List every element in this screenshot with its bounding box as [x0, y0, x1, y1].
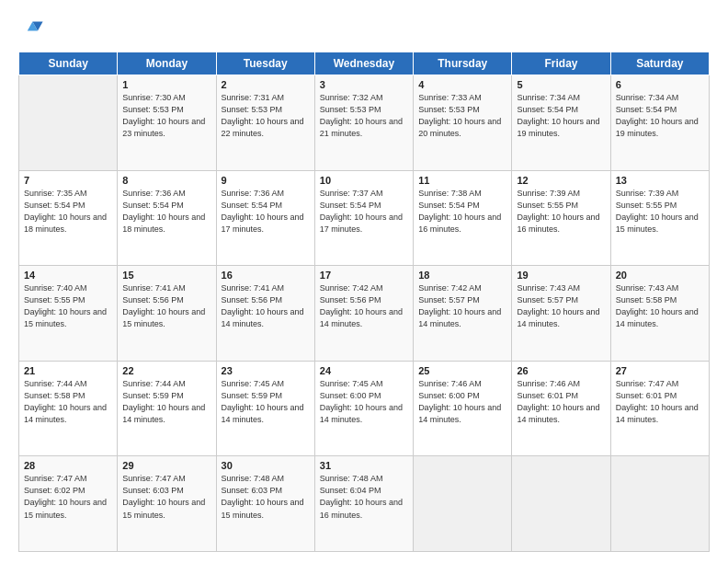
weekday-header-saturday: Saturday: [610, 52, 709, 75]
day-cell: [19, 75, 118, 171]
day-cell: 11Sunrise: 7:38 AM Sunset: 5:54 PM Dayli…: [414, 170, 512, 266]
day-cell: 28Sunrise: 7:47 AM Sunset: 6:02 PM Dayli…: [19, 456, 118, 552]
day-cell: 7Sunrise: 7:35 AM Sunset: 5:54 PM Daylig…: [19, 170, 118, 266]
day-info: Sunrise: 7:45 AM Sunset: 5:59 PM Dayligh…: [222, 378, 310, 426]
day-number: 10: [320, 175, 408, 186]
day-cell: 17Sunrise: 7:42 AM Sunset: 5:56 PM Dayli…: [314, 266, 413, 362]
day-info: Sunrise: 7:36 AM Sunset: 5:54 PM Dayligh…: [122, 188, 210, 236]
weekday-header-tuesday: Tuesday: [216, 52, 314, 75]
page: SundayMondayTuesdayWednesdayThursdayFrid…: [0, 0, 728, 563]
day-cell: 15Sunrise: 7:41 AM Sunset: 5:56 PM Dayli…: [118, 266, 216, 362]
day-cell: 30Sunrise: 7:48 AM Sunset: 6:03 PM Dayli…: [216, 456, 314, 552]
day-cell: 18Sunrise: 7:42 AM Sunset: 5:57 PM Dayli…: [414, 266, 512, 362]
day-cell: 5Sunrise: 7:34 AM Sunset: 5:54 PM Daylig…: [512, 75, 610, 171]
day-cell: 8Sunrise: 7:36 AM Sunset: 5:54 PM Daylig…: [118, 170, 216, 266]
day-info: Sunrise: 7:47 AM Sunset: 6:01 PM Dayligh…: [616, 378, 704, 426]
week-row-2: 7Sunrise: 7:35 AM Sunset: 5:54 PM Daylig…: [19, 170, 710, 266]
day-cell: 2Sunrise: 7:31 AM Sunset: 5:53 PM Daylig…: [216, 75, 314, 171]
day-info: Sunrise: 7:45 AM Sunset: 6:00 PM Dayligh…: [320, 378, 408, 426]
header: [18, 17, 710, 42]
weekday-header-wednesday: Wednesday: [314, 52, 413, 75]
day-cell: 20Sunrise: 7:43 AM Sunset: 5:58 PM Dayli…: [610, 266, 709, 362]
day-number: 29: [122, 460, 210, 471]
week-row-1: 1Sunrise: 7:30 AM Sunset: 5:53 PM Daylig…: [19, 75, 710, 171]
day-info: Sunrise: 7:34 AM Sunset: 5:54 PM Dayligh…: [616, 92, 704, 140]
day-info: Sunrise: 7:39 AM Sunset: 5:55 PM Dayligh…: [616, 188, 704, 236]
day-info: Sunrise: 7:44 AM Sunset: 5:59 PM Dayligh…: [122, 378, 210, 426]
day-info: Sunrise: 7:40 AM Sunset: 5:55 PM Dayligh…: [24, 282, 112, 330]
day-number: 23: [222, 365, 310, 376]
day-info: Sunrise: 7:39 AM Sunset: 5:55 PM Dayligh…: [517, 188, 605, 236]
day-cell: 22Sunrise: 7:44 AM Sunset: 5:59 PM Dayli…: [118, 361, 216, 456]
day-number: 30: [222, 460, 310, 471]
weekday-header-thursday: Thursday: [414, 52, 512, 75]
day-info: Sunrise: 7:37 AM Sunset: 5:54 PM Dayligh…: [320, 188, 408, 236]
day-number: 27: [616, 365, 704, 376]
day-cell: 14Sunrise: 7:40 AM Sunset: 5:55 PM Dayli…: [19, 266, 118, 362]
day-info: Sunrise: 7:48 AM Sunset: 6:03 PM Dayligh…: [222, 473, 310, 521]
day-info: Sunrise: 7:41 AM Sunset: 5:56 PM Dayligh…: [222, 282, 310, 330]
day-info: Sunrise: 7:33 AM Sunset: 5:53 PM Dayligh…: [418, 92, 506, 140]
day-cell: 31Sunrise: 7:48 AM Sunset: 6:04 PM Dayli…: [314, 456, 413, 552]
day-cell: 4Sunrise: 7:33 AM Sunset: 5:53 PM Daylig…: [414, 75, 512, 171]
week-row-4: 21Sunrise: 7:44 AM Sunset: 5:58 PM Dayli…: [19, 361, 710, 456]
day-cell: 26Sunrise: 7:46 AM Sunset: 6:01 PM Dayli…: [512, 361, 610, 456]
day-number: 2: [222, 79, 310, 90]
day-number: 28: [24, 460, 112, 471]
day-info: Sunrise: 7:30 AM Sunset: 5:53 PM Dayligh…: [122, 92, 210, 140]
day-number: 1: [122, 79, 210, 90]
day-info: Sunrise: 7:43 AM Sunset: 5:57 PM Dayligh…: [517, 282, 605, 330]
day-info: Sunrise: 7:38 AM Sunset: 5:54 PM Dayligh…: [418, 188, 506, 236]
weekday-header-friday: Friday: [512, 52, 610, 75]
day-cell: 24Sunrise: 7:45 AM Sunset: 6:00 PM Dayli…: [314, 361, 413, 456]
day-number: 5: [517, 79, 605, 90]
weekday-header-row: SundayMondayTuesdayWednesdayThursdayFrid…: [19, 52, 710, 75]
day-number: 7: [24, 175, 112, 186]
day-info: Sunrise: 7:34 AM Sunset: 5:54 PM Dayligh…: [517, 92, 605, 140]
day-cell: 16Sunrise: 7:41 AM Sunset: 5:56 PM Dayli…: [216, 266, 314, 362]
logo: [18, 17, 48, 42]
day-info: Sunrise: 7:32 AM Sunset: 5:53 PM Dayligh…: [320, 92, 408, 140]
day-number: 3: [320, 79, 408, 90]
day-cell: 12Sunrise: 7:39 AM Sunset: 5:55 PM Dayli…: [512, 170, 610, 266]
day-number: 16: [222, 270, 310, 281]
day-cell: 6Sunrise: 7:34 AM Sunset: 5:54 PM Daylig…: [610, 75, 709, 171]
day-info: Sunrise: 7:43 AM Sunset: 5:58 PM Dayligh…: [616, 282, 704, 330]
day-number: 20: [616, 270, 704, 281]
day-number: 13: [616, 175, 704, 186]
day-number: 8: [122, 175, 210, 186]
weekday-header-sunday: Sunday: [19, 52, 118, 75]
day-number: 9: [222, 175, 310, 186]
day-info: Sunrise: 7:42 AM Sunset: 5:57 PM Dayligh…: [418, 282, 506, 330]
day-number: 15: [122, 270, 210, 281]
day-cell: 23Sunrise: 7:45 AM Sunset: 5:59 PM Dayli…: [216, 361, 314, 456]
day-cell: 25Sunrise: 7:46 AM Sunset: 6:00 PM Dayli…: [414, 361, 512, 456]
day-cell: 10Sunrise: 7:37 AM Sunset: 5:54 PM Dayli…: [314, 170, 413, 266]
day-info: Sunrise: 7:36 AM Sunset: 5:54 PM Dayligh…: [222, 188, 310, 236]
day-number: 12: [517, 175, 605, 186]
day-number: 4: [418, 79, 506, 90]
day-cell: 27Sunrise: 7:47 AM Sunset: 6:01 PM Dayli…: [610, 361, 709, 456]
day-number: 31: [320, 460, 408, 471]
day-number: 11: [418, 175, 506, 186]
day-cell: 9Sunrise: 7:36 AM Sunset: 5:54 PM Daylig…: [216, 170, 314, 266]
day-number: 18: [418, 270, 506, 281]
logo-icon: [18, 17, 44, 42]
day-info: Sunrise: 7:46 AM Sunset: 6:00 PM Dayligh…: [418, 378, 506, 426]
day-cell: 29Sunrise: 7:47 AM Sunset: 6:03 PM Dayli…: [118, 456, 216, 552]
day-number: 17: [320, 270, 408, 281]
day-number: 14: [24, 270, 112, 281]
weekday-header-monday: Monday: [118, 52, 216, 75]
day-info: Sunrise: 7:41 AM Sunset: 5:56 PM Dayligh…: [122, 282, 210, 330]
day-info: Sunrise: 7:42 AM Sunset: 5:56 PM Dayligh…: [320, 282, 408, 330]
day-number: 26: [517, 365, 605, 376]
day-number: 24: [320, 365, 408, 376]
day-number: 19: [517, 270, 605, 281]
day-info: Sunrise: 7:46 AM Sunset: 6:01 PM Dayligh…: [517, 378, 605, 426]
calendar-table: SundayMondayTuesdayWednesdayThursdayFrid…: [18, 52, 710, 552]
day-cell: 19Sunrise: 7:43 AM Sunset: 5:57 PM Dayli…: [512, 266, 610, 362]
day-info: Sunrise: 7:47 AM Sunset: 6:02 PM Dayligh…: [24, 473, 112, 521]
day-cell: 21Sunrise: 7:44 AM Sunset: 5:58 PM Dayli…: [19, 361, 118, 456]
day-info: Sunrise: 7:44 AM Sunset: 5:58 PM Dayligh…: [24, 378, 112, 426]
day-info: Sunrise: 7:35 AM Sunset: 5:54 PM Dayligh…: [24, 188, 112, 236]
